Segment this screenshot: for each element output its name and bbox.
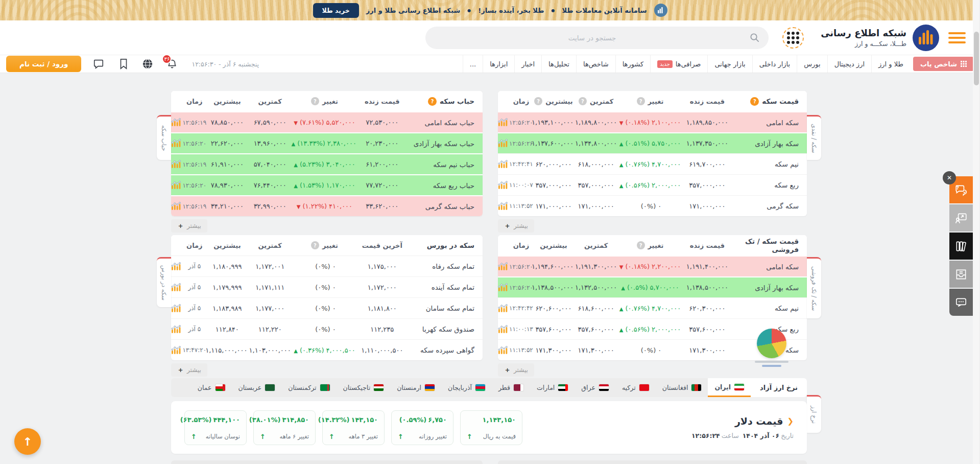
instrument-name[interactable]: نیم سکه — [733, 160, 807, 168]
sparkline-chart-icon[interactable] — [171, 160, 182, 169]
instrument-name[interactable]: سکه بهار آزادی — [733, 284, 807, 292]
scrollbar-thumb[interactable] — [974, 32, 979, 85]
instrument-name[interactable]: نیم سکه — [733, 304, 807, 312]
side-tab-coin-bourse[interactable]: سکه در بورس — [157, 257, 171, 307]
instrument-name[interactable]: حباب سکه بهار آزادی — [408, 140, 483, 148]
help-icon[interactable]: ? — [750, 97, 759, 106]
sparkline-chart-icon[interactable] — [498, 118, 509, 127]
hamburger-menu-icon[interactable] — [948, 30, 966, 46]
comments-icon[interactable] — [949, 289, 973, 316]
side-tab-coin-cash[interactable]: سکه / نقدی — [807, 115, 821, 160]
sparkline-chart-icon[interactable] — [171, 304, 182, 313]
help-icon[interactable]: ? — [311, 241, 319, 249]
buy-gold-button[interactable]: خرید طلا — [313, 3, 359, 18]
instrument-name[interactable]: حباب سکه گرمی — [408, 202, 483, 211]
sparkline-chart-icon[interactable] — [498, 181, 509, 190]
sparkline-chart-icon[interactable] — [171, 325, 182, 334]
help-icon[interactable]: ? — [637, 241, 645, 249]
instrument-name[interactable]: سکه گرمی — [733, 202, 807, 210]
notifications-bell-icon[interactable]: ۳۶ — [166, 58, 178, 69]
sparkline-chart-icon[interactable] — [171, 118, 182, 127]
more-button[interactable]: بیشتر＋ — [498, 363, 534, 377]
nav-item[interactable]: بازار داخلی — [752, 55, 797, 73]
sparkline-chart-icon[interactable] — [171, 283, 182, 292]
instrument-name[interactable]: ربع سکه — [733, 181, 807, 189]
globe-icon[interactable] — [142, 58, 153, 69]
nav-item[interactable]: کشورها — [615, 55, 651, 73]
sparkline-chart-icon[interactable] — [498, 139, 509, 148]
nav-item[interactable]: بورس — [797, 55, 827, 73]
sparkline-chart-icon[interactable] — [498, 283, 509, 292]
training-icon[interactable] — [949, 204, 973, 231]
fx-country-tab[interactable]: آذربایجان — [441, 378, 492, 397]
help-icon[interactable]: ? — [637, 97, 645, 105]
fx-country-tab[interactable]: ترکیه — [615, 378, 656, 397]
page-scrollbar[interactable] — [973, 0, 980, 464]
instrument-name[interactable]: تمام سکه آینده — [408, 283, 483, 291]
sparkline-chart-icon[interactable] — [498, 325, 509, 334]
sparkline-chart-icon[interactable] — [171, 139, 182, 148]
nav-item[interactable]: ارز دیجیتال — [827, 55, 871, 73]
fx-country-tab[interactable]: عربستان — [232, 378, 282, 397]
more-button[interactable]: بیشتر＋ — [171, 219, 207, 233]
side-tab-coin-bubble[interactable]: حباب سکه — [157, 115, 171, 160]
trust-badge-logo[interactable] — [750, 329, 794, 367]
instrument-name[interactable]: حباب ربع سکه — [408, 181, 483, 190]
nav-item[interactable]: ... — [463, 55, 483, 73]
sparkline-chart-icon[interactable] — [498, 346, 509, 355]
help-icon[interactable]: ? — [428, 97, 437, 106]
search-input[interactable]: جستجو در سایت — [425, 27, 769, 49]
nav-item[interactable]: طلا و ارز — [871, 55, 910, 73]
sparkline-chart-icon[interactable] — [171, 262, 182, 271]
sparkline-chart-icon[interactable] — [171, 181, 182, 190]
fx-country-tab[interactable]: افغانستان — [656, 378, 708, 397]
instrument-name[interactable]: سکه امامی — [733, 263, 807, 271]
login-register-button[interactable]: ورود / ثبت نام — [6, 56, 81, 72]
nav-item[interactable]: اخبار — [514, 55, 541, 73]
sparkline-chart-icon[interactable] — [498, 202, 509, 211]
sparkline-chart-icon[interactable] — [171, 346, 182, 355]
close-icon[interactable]: ✕ — [943, 171, 956, 184]
instrument-name[interactable]: حباب سکه امامی — [408, 119, 483, 127]
sparkline-chart-icon[interactable] — [498, 262, 509, 271]
more-button[interactable]: بیشتر＋ — [498, 219, 534, 233]
instrument-name[interactable]: تمام سکه سامان — [408, 304, 483, 312]
instrument-name[interactable]: گواهی سپرده سکه — [408, 346, 483, 354]
help-icon[interactable]: ? — [534, 97, 542, 105]
nav-item[interactable]: تحلیل‌ها — [541, 55, 576, 73]
help-icon[interactable]: ? — [311, 97, 319, 105]
sparkline-chart-icon[interactable] — [171, 202, 182, 211]
scroll-to-top-button[interactable]: ↑ — [14, 428, 41, 455]
nav-item[interactable]: ابزارها — [483, 55, 514, 73]
index-finder-button[interactable]: شاخص یاب — [913, 57, 974, 71]
instrument-name[interactable]: صندوق سکه کهربا — [408, 325, 483, 333]
bookmark-icon[interactable] — [117, 58, 129, 69]
instrument-name[interactable]: سکه امامی — [733, 119, 807, 127]
instrument-name[interactable]: تمام سکه رفاه — [408, 262, 483, 270]
dollar-title[interactable]: قیمت دلار — [735, 415, 783, 427]
sparkline-chart-icon[interactable] — [498, 160, 509, 169]
instrument-name[interactable]: سکه بهار آزادی — [733, 140, 807, 148]
library-books-icon[interactable] — [949, 233, 973, 260]
side-tab-fx[interactable]: نرخ ارز — [807, 395, 821, 433]
nav-item[interactable]: بازار جهانی — [707, 55, 752, 73]
site-logo[interactable]: شبکه اطلاع رسانی طـــلا، سکـــه و ارز — [821, 25, 939, 51]
fx-country-tab[interactable]: ایران — [708, 378, 751, 397]
fx-country-tab[interactable]: ارمنستان — [390, 378, 441, 397]
fx-country-tab[interactable]: عمان — [191, 378, 232, 397]
fx-country-tab[interactable]: عراق — [575, 378, 615, 397]
fx-country-tab[interactable]: ترکمنستان — [281, 378, 336, 397]
chat-icon[interactable] — [93, 58, 104, 69]
inbox-icon[interactable] — [949, 261, 973, 288]
fx-country-tab[interactable]: تاجیکستان — [337, 378, 391, 397]
fx-country-tab[interactable]: امارات — [530, 378, 575, 397]
fx-country-tab[interactable]: قطر — [492, 378, 530, 397]
nav-item[interactable]: صرافی‌هاجدید — [650, 55, 707, 73]
instrument-name[interactable]: حباب نیم سکه — [408, 160, 483, 169]
apps-grid-icon[interactable] — [782, 27, 804, 49]
nav-item[interactable]: شاخص‌ها — [576, 55, 615, 73]
more-button[interactable]: بیشتر＋ — [171, 363, 207, 377]
side-tab-coin-retail[interactable]: سکه / تک فروشی — [807, 257, 821, 318]
sparkline-chart-icon[interactable] — [498, 304, 509, 313]
help-icon[interactable]: ? — [579, 97, 587, 105]
